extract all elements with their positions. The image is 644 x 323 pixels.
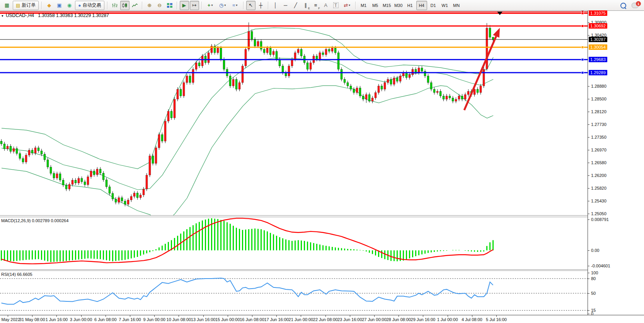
candle-body xyxy=(279,60,281,66)
candle-body xyxy=(102,173,104,180)
candle-body xyxy=(229,76,231,86)
crosshair-icon-glyph: ┼ xyxy=(259,3,262,8)
zoom-in-icon[interactable]: ⊕ xyxy=(145,1,154,10)
candle-body xyxy=(87,177,89,185)
candle-body xyxy=(365,95,367,99)
candle-body xyxy=(288,66,290,76)
notifications-icon[interactable]: 1 xyxy=(632,3,639,8)
candle-body xyxy=(167,111,169,121)
timeframe-h1[interactable]: H1 xyxy=(405,1,416,10)
terminal-icon[interactable]: ▣ xyxy=(55,1,64,10)
templates-icon[interactable]: ≈▾ xyxy=(229,1,241,10)
candle-body xyxy=(96,169,98,175)
text-label-icon[interactable]: T xyxy=(331,1,341,10)
time-axis-tick xyxy=(32,315,32,317)
macd-axis-label: 0.00 xyxy=(591,248,599,253)
price-axis-tick xyxy=(588,137,589,138)
new-chart-icon[interactable]: ▦ xyxy=(2,1,12,10)
candle-body xyxy=(251,31,253,39)
candle-body xyxy=(232,79,234,86)
candle-body xyxy=(393,78,395,84)
candle-body xyxy=(198,63,200,66)
templates-icon-dropdown[interactable]: ▾ xyxy=(236,3,237,7)
timeframe-m5[interactable]: M5 xyxy=(370,1,381,10)
text-icon[interactable]: A xyxy=(321,1,331,10)
text-icon-glyph: A xyxy=(324,3,327,8)
autotrading-button[interactable]: ●自动交易 xyxy=(75,1,104,10)
indicators-icon[interactable]: +▾ xyxy=(204,1,216,10)
bar-chart-icon[interactable] xyxy=(110,1,119,10)
time-axis-label: 6 Jun 08:00 xyxy=(94,317,117,322)
candle-body xyxy=(436,91,438,92)
candle-body xyxy=(421,68,423,71)
toolbar-separator xyxy=(142,2,143,9)
price-axis-tick xyxy=(588,163,589,163)
candle-body xyxy=(99,169,101,173)
autotrading-button-label: 自动交易 xyxy=(83,2,101,8)
market-watch-icon[interactable]: ◆ xyxy=(44,1,54,10)
rsi-panel[interactable]: RSI(14) 66.6605 xyxy=(0,271,588,315)
line-chart-icon[interactable] xyxy=(130,1,140,10)
crosshair-icon[interactable]: ┼ xyxy=(256,1,266,10)
timeframe-w1[interactable]: W1 xyxy=(440,1,450,10)
macd-panel[interactable]: MACD(12,26,9) 0.002789 0.000264 xyxy=(0,217,588,269)
candle-body xyxy=(68,184,70,189)
ohlc-values: 1.30358 1.30363 1.30229 1.30287 xyxy=(38,13,109,18)
candle-body xyxy=(424,71,426,76)
candle-body xyxy=(75,180,77,183)
candle-body xyxy=(300,49,302,56)
candle-body xyxy=(189,76,191,83)
zoom-out-icon[interactable]: ⊖ xyxy=(155,1,164,10)
new-order-button[interactable]: ▤新订单 xyxy=(13,1,39,10)
time-axis-tick xyxy=(203,315,204,317)
candlestick-chart-icon[interactable] xyxy=(120,1,129,10)
candle-body xyxy=(220,48,222,59)
time-axis-tick xyxy=(276,315,277,317)
candle-body xyxy=(359,88,361,96)
timeframe-h4[interactable]: H4 xyxy=(416,1,427,10)
candle-body xyxy=(483,69,485,86)
timeframe-mn[interactable]: MN xyxy=(451,1,462,10)
toolbar-group: ⊕⊖ xyxy=(143,0,176,10)
candle-body xyxy=(177,89,179,99)
auto-scroll-icon[interactable]: ▶ xyxy=(180,1,189,10)
indicators-icon-dropdown[interactable]: ▾ xyxy=(211,3,213,7)
timeframe-m30[interactable]: M30 xyxy=(393,1,404,10)
macd-axis-label: 0.008791 xyxy=(591,217,609,222)
horizontal-line-icon[interactable]: ─ xyxy=(281,1,290,10)
time-axis-label: 27 Jun 00:00 xyxy=(362,317,387,322)
candlestick-chart[interactable] xyxy=(0,11,588,215)
candle-body xyxy=(319,53,321,59)
time-axis[interactable]: 30 May 202231 May 08:001 Jun 16:003 Jun … xyxy=(0,315,644,323)
equidistant-channel-icon[interactable]: ∥E xyxy=(301,1,310,10)
timeframe-m1[interactable]: M1 xyxy=(358,1,369,10)
macd-chart[interactable] xyxy=(0,217,588,269)
chart-shift-icon[interactable]: ↦ xyxy=(190,1,199,10)
rsi-chart[interactable] xyxy=(0,271,588,315)
cursor-icon[interactable]: ↖ xyxy=(246,1,256,10)
search-icon[interactable] xyxy=(620,3,626,8)
timeframe-m15[interactable]: M15 xyxy=(382,1,392,10)
candle-body xyxy=(59,174,61,180)
tile-windows-icon[interactable] xyxy=(165,1,174,10)
price-chart-panel[interactable]: ▾ USDCAD-,H4 1.30358 1.30363 1.30229 1.3… xyxy=(0,11,588,215)
candle-body xyxy=(133,193,135,197)
candle-body xyxy=(130,196,132,200)
candle-body xyxy=(446,96,448,99)
candle-body xyxy=(399,76,401,82)
periods-icon[interactable]: ◷▾ xyxy=(217,1,228,10)
candle-body xyxy=(269,48,271,54)
signals-icon[interactable]: ◉ xyxy=(65,1,74,10)
periods-icon-dropdown[interactable]: ▾ xyxy=(224,3,226,7)
price-axis[interactable]: 1.308001.304201.288801.285001.281201.277… xyxy=(588,11,644,315)
timeframe-d1[interactable]: D1 xyxy=(428,1,439,10)
trendline-icon[interactable]: ╱ xyxy=(291,1,300,10)
fibonacci-icon[interactable]: ≡F xyxy=(311,1,320,10)
vertical-line-icon[interactable]: │ xyxy=(271,1,280,10)
time-axis-tick xyxy=(252,315,252,317)
shapes-icon[interactable]: ⇄▾ xyxy=(341,1,353,10)
candle-body xyxy=(242,66,244,83)
candle-body xyxy=(72,180,73,184)
shapes-icon-dropdown[interactable]: ▾ xyxy=(349,3,350,7)
candle-body xyxy=(161,134,163,141)
